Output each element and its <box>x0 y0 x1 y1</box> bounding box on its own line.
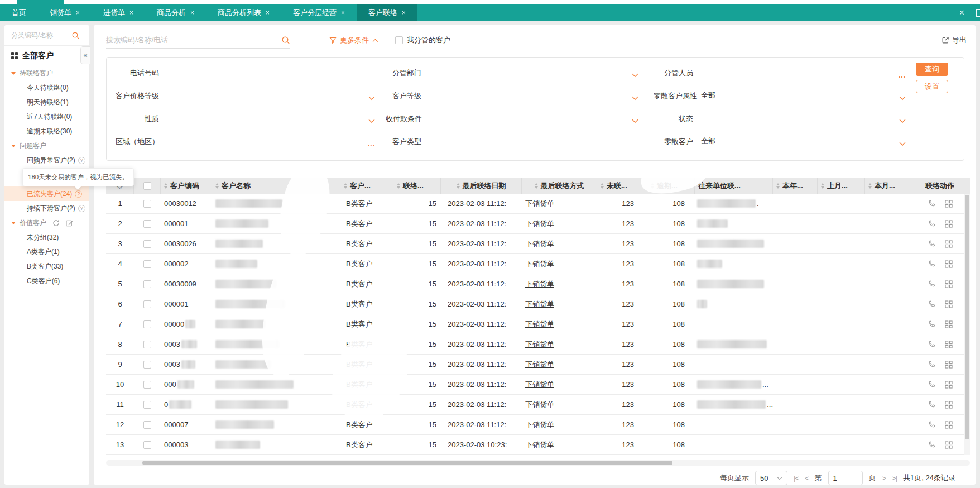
sort-icon[interactable] <box>651 183 654 189</box>
sidebar-item[interactable]: 持续下滑客户(2)? <box>4 201 89 216</box>
tab-close-icon[interactable]: × <box>190 9 194 17</box>
filter-input[interactable] <box>167 89 377 103</box>
sort-icon[interactable] <box>776 183 780 189</box>
edit-icon[interactable] <box>66 219 73 227</box>
vertical-scrollbar-thumb[interactable] <box>965 195 969 439</box>
tab-close-icon[interactable]: × <box>76 9 80 17</box>
filter-input[interactable] <box>431 135 640 149</box>
contact-record-icon[interactable] <box>928 219 936 228</box>
row-checkbox[interactable] <box>143 421 151 429</box>
contact-record-icon[interactable] <box>928 199 936 208</box>
contact-actions-grid-icon[interactable] <box>945 300 953 308</box>
contact-actions-grid-icon[interactable] <box>945 361 953 369</box>
sidebar-item[interactable]: 今天待联络(0) <box>4 80 89 95</box>
last-contact-method-link[interactable]: 下销货单 <box>525 360 554 370</box>
contact-record-icon[interactable] <box>928 400 936 409</box>
row-checkbox[interactable] <box>143 441 151 449</box>
filter-input[interactable] <box>699 112 907 126</box>
row-checkbox[interactable] <box>143 240 151 248</box>
help-icon[interactable]: ? <box>78 205 85 212</box>
sort-icon[interactable] <box>535 183 538 189</box>
row-checkbox[interactable] <box>143 280 151 288</box>
tab-close-icon[interactable]: × <box>129 9 133 17</box>
last-contact-method-link[interactable]: 下销货单 <box>525 279 554 289</box>
contact-actions-grid-icon[interactable] <box>945 341 953 348</box>
chevron-down-icon[interactable] <box>632 119 638 123</box>
chevron-down-icon[interactable] <box>899 96 906 101</box>
row-checkbox[interactable] <box>143 381 151 389</box>
tab-close-icon[interactable]: × <box>266 9 270 17</box>
chevron-down-icon[interactable] <box>368 119 375 123</box>
contact-record-icon[interactable] <box>928 441 936 449</box>
row-checkbox[interactable] <box>143 320 151 328</box>
filter-input[interactable]: ... <box>167 135 377 149</box>
category-search-input[interactable] <box>11 31 68 39</box>
sidebar-item[interactable]: C类客户(6) <box>4 274 89 288</box>
contact-record-icon[interactable] <box>928 240 936 248</box>
sort-icon[interactable] <box>215 183 219 189</box>
export-button[interactable]: 导出 <box>941 35 967 45</box>
row-checkbox[interactable] <box>143 300 151 308</box>
help-icon[interactable]: ? <box>78 157 85 164</box>
sidebar-item-all-customers[interactable]: 全部客户 <box>4 46 89 66</box>
contact-actions-grid-icon[interactable] <box>945 441 953 449</box>
prev-page-button[interactable]: < <box>805 474 809 482</box>
chevron-down-icon[interactable] <box>632 73 638 78</box>
last-contact-method-link[interactable]: 下销货单 <box>525 339 554 350</box>
contact-actions-grid-icon[interactable] <box>945 381 953 389</box>
contact-actions-grid-icon[interactable] <box>945 401 953 409</box>
contact-actions-grid-icon[interactable] <box>945 421 953 429</box>
chevron-down-icon[interactable] <box>632 96 638 101</box>
contact-actions-grid-icon[interactable] <box>945 200 953 208</box>
contact-record-icon[interactable] <box>928 380 936 389</box>
last-contact-method-link[interactable]: 下销货单 <box>525 239 554 249</box>
sidebar-item[interactable]: 逾期未联络(30) <box>4 124 89 138</box>
sidebar-item[interactable]: 未分组(32) <box>4 230 89 245</box>
chevron-down-icon[interactable] <box>899 119 906 123</box>
more-filters-button[interactable]: 更多条件 <box>329 35 378 45</box>
last-contact-method-link[interactable]: 下销货单 <box>525 319 554 329</box>
column-header-check[interactable] <box>134 178 161 194</box>
tab-close-icon[interactable]: × <box>402 9 406 17</box>
contact-actions-grid-icon[interactable] <box>945 220 953 228</box>
last-contact-method-link[interactable]: 下销货单 <box>525 420 554 430</box>
tab-3[interactable]: 进货单× <box>92 4 145 21</box>
contact-record-icon[interactable] <box>928 360 936 369</box>
help-icon[interactable]: ? <box>75 190 82 198</box>
filter-input[interactable] <box>167 112 377 126</box>
sort-icon[interactable] <box>457 183 460 189</box>
contact-actions-grid-icon[interactable] <box>945 280 953 288</box>
tab-5[interactable]: 商品分析列表× <box>206 4 281 21</box>
filter-input[interactable]: ... <box>699 66 907 80</box>
last-contact-method-link[interactable]: 下销货单 <box>525 259 554 269</box>
select-all-checkbox[interactable] <box>143 182 151 190</box>
tab-2[interactable]: 销货单× <box>38 4 92 21</box>
filter-input[interactable] <box>431 112 640 126</box>
sidebar-collapse-button[interactable]: « <box>80 46 90 64</box>
sort-icon[interactable] <box>821 183 824 189</box>
horizontal-scrollbar-thumb[interactable] <box>142 461 672 465</box>
last-contact-method-link[interactable]: 下销货单 <box>525 219 554 229</box>
sidebar-item[interactable]: B类客户(33) <box>4 259 89 274</box>
last-contact-method-link[interactable]: 下销货单 <box>525 440 554 450</box>
contact-record-icon[interactable] <box>928 320 936 328</box>
window-icon[interactable] <box>976 9 980 17</box>
last-contact-method-link[interactable]: 下销货单 <box>525 299 554 309</box>
last-contact-method-link[interactable]: 下销货单 <box>525 380 554 390</box>
ellipsis-icon[interactable]: ... <box>368 142 375 146</box>
sidebar-item[interactable]: 回购异常客户(2)? <box>4 153 89 168</box>
tab-4[interactable]: 商品分析× <box>145 4 206 21</box>
ellipsis-icon[interactable]: ... <box>899 73 906 78</box>
chevron-down-icon[interactable] <box>368 96 375 101</box>
next-page-button[interactable]: > <box>882 474 886 482</box>
close-icon[interactable]: × <box>959 8 964 18</box>
search-icon[interactable] <box>71 31 80 40</box>
sort-icon[interactable] <box>868 183 872 189</box>
row-checkbox[interactable] <box>143 220 151 228</box>
sidebar-group-2[interactable]: 问题客户 <box>4 138 89 153</box>
last-contact-method-link[interactable]: 下销货单 <box>525 400 554 410</box>
per-page-select[interactable]: 50 <box>755 471 787 485</box>
tab-6[interactable]: 客户分层经营× <box>281 4 357 21</box>
row-checkbox[interactable] <box>143 341 151 348</box>
refresh-icon[interactable] <box>52 219 60 227</box>
